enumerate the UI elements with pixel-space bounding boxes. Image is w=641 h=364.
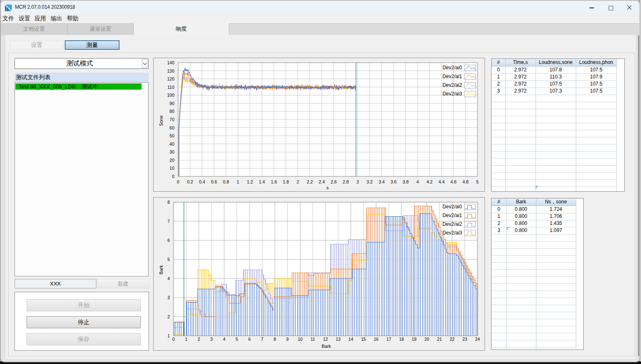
svg-text:5: 5 [476,179,479,184]
svg-text:30: 30 [169,149,174,154]
svg-text:8: 8 [274,337,276,342]
svg-text:140: 140 [167,60,174,65]
svg-text:20: 20 [424,337,429,342]
svg-text:0.2: 0.2 [187,179,193,184]
svg-text:0.6: 0.6 [211,179,217,184]
svg-text:s: s [326,185,329,190]
svg-text:22: 22 [450,337,455,342]
svg-text:10: 10 [169,166,174,171]
svg-text:3.2: 3.2 [367,179,373,184]
svg-text:Dev2/ai3: Dev2/ai3 [443,230,462,236]
svg-text:6: 6 [248,337,251,342]
svg-text:11: 11 [311,337,315,342]
svg-text:12: 12 [323,337,328,342]
svg-text:4.4: 4.4 [438,179,445,184]
svg-text:4: 4 [223,337,225,342]
svg-text:Sone: Sone [159,115,164,126]
svg-text:Dev2/ai0: Dev2/ai0 [443,204,462,210]
svg-text:1.4: 1.4 [259,179,265,184]
svg-text:2: 2 [198,337,200,342]
svg-text:0.4: 0.4 [199,179,205,184]
svg-text:0: 0 [172,337,175,342]
svg-text:0: 0 [172,174,174,179]
svg-text:130: 130 [167,68,174,73]
svg-text:Dev2/ai1: Dev2/ai1 [443,213,462,218]
svg-text:50: 50 [169,133,174,138]
svg-text:19: 19 [412,337,417,342]
svg-text:60: 60 [169,125,174,130]
svg-text:5: 5 [167,257,170,262]
svg-text:2: 2 [167,314,170,319]
svg-text:110: 110 [167,85,174,90]
svg-text:Dev2/ai0: Dev2/ai0 [443,65,462,71]
svg-text:100: 100 [167,93,174,98]
svg-text:7: 7 [261,337,264,342]
svg-text:1: 1 [185,337,188,342]
svg-text:40: 40 [169,142,174,147]
svg-text:4.8: 4.8 [462,179,469,184]
svg-text:3: 3 [357,179,359,184]
svg-text:2.6: 2.6 [331,179,337,184]
svg-text:3.8: 3.8 [403,179,409,184]
svg-text:Dev2/ai1: Dev2/ai1 [443,73,462,79]
svg-text:1: 1 [167,333,170,338]
svg-text:0.8: 0.8 [223,179,229,184]
svg-text:6: 6 [167,238,170,243]
svg-text:21: 21 [437,337,442,342]
svg-text:10: 10 [298,337,303,342]
svg-text:70: 70 [169,117,174,122]
svg-text:5: 5 [236,337,238,342]
svg-text:4: 4 [416,179,419,184]
svg-text:120: 120 [167,76,174,81]
svg-text:Dev2/ai2: Dev2/ai2 [443,221,462,227]
svg-text:3.6: 3.6 [391,179,397,184]
svg-text:80: 80 [169,109,174,114]
svg-text:Dev2/ai2: Dev2/ai2 [443,82,462,88]
svg-text:16: 16 [374,337,379,342]
svg-text:15: 15 [361,337,366,342]
svg-text:9: 9 [286,337,289,342]
svg-text:18: 18 [399,337,404,342]
svg-text:3: 3 [210,337,213,342]
svg-text:90: 90 [169,101,174,106]
svg-text:4.2: 4.2 [426,179,433,184]
svg-text:2.4: 2.4 [319,179,325,184]
svg-text:1.6: 1.6 [271,179,277,184]
svg-text:4: 4 [167,276,170,281]
svg-text:4.6: 4.6 [450,179,457,184]
svg-text:13: 13 [336,337,341,342]
svg-text:1.8: 1.8 [283,179,289,184]
svg-text:14: 14 [348,337,353,342]
svg-text:1.2: 1.2 [247,179,253,184]
svg-text:3: 3 [167,295,170,300]
svg-text:2.8: 2.8 [343,179,349,184]
svg-text:Bark: Bark [322,344,331,349]
svg-text:20: 20 [169,158,174,163]
svg-text:2.2: 2.2 [307,179,313,184]
svg-text:24: 24 [475,337,480,342]
svg-text:3.4: 3.4 [379,179,385,184]
svg-text:7: 7 [167,219,170,224]
svg-text:1: 1 [237,179,239,184]
svg-text:23: 23 [462,337,467,342]
svg-text:2: 2 [296,179,299,184]
svg-text:0: 0 [177,179,179,184]
svg-text:8: 8 [167,200,170,205]
svg-text:Bark: Bark [159,265,164,274]
svg-text:17: 17 [387,337,391,342]
svg-text:Dev2/ai3: Dev2/ai3 [443,91,462,97]
